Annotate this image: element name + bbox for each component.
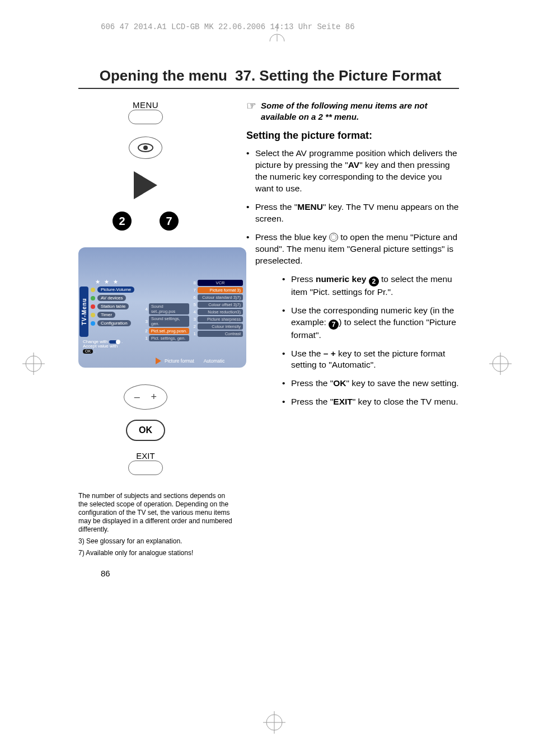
osd-right-label: Colour offset 3)7) [198,302,243,308]
osd-right-number: 2 [191,324,196,329]
color-dot-icon [91,288,95,292]
osd-mid-label: Pict. settings, gen. [149,335,189,341]
osd-left-item: Timer [91,312,142,318]
osd-right-label: Contrast [198,331,243,337]
footnote-text: The number of subjects and sections depe… [78,492,235,534]
osd-right-number: 7 [191,288,196,293]
step-item: Press the "OK" key to save the new setti… [282,378,459,389]
menu-button-icon [128,110,163,124]
numeric-key-2-icon: 2 [113,212,132,231]
instruction-steps: Select the AV programme position which d… [246,148,459,408]
step-item: Press numeric key 2 to select the menu i… [282,274,459,298]
osd-mid-number: 2 [144,328,148,334]
crop-mark-icon [269,25,285,41]
section-title-right: 37. Setting the Picture Format [235,67,459,84]
step-item: Press the "MENU" key. The TV menu appear… [246,201,459,225]
osd-right-number: 6 [191,295,196,300]
osd-mid-item: 4Sound set.,prog.pos [144,303,189,314]
osd-right-item: 1Contrast [191,331,243,337]
osd-mid-menu: 4Sound set.,prog.pos3Sound settings, gen… [144,303,189,341]
osd-left-menu: Picture-VolumeAV devicesStation tableTim… [91,287,142,326]
step-item: Press the "EXIT" key to close the TV men… [282,396,459,408]
numeric-key-7-icon: 7 [160,212,179,231]
osd-right-number: 1 [191,331,196,336]
pointing-hand-icon: ☞ [246,100,256,122]
osd-mid-number: 4 [144,307,148,312]
play-icon [134,171,157,199]
osd-left-item: Picture-Volume [91,287,142,293]
osd-right-item: 3Picture sharpness [191,316,243,322]
note-text: Some of the following menu items are not… [261,100,459,122]
osd-left-label: AV devices [97,295,126,301]
osd-mid-item: 1Pict. settings, gen. [144,335,189,341]
slider-icon [109,340,120,344]
osd-mid-label: Sound set.,prog.pos [149,303,189,314]
osd-right-menu: 8VCR7Picture format 3)6Colour standard 3… [191,280,243,337]
footnotes: The number of subjects and sections depe… [78,492,235,557]
color-dot-icon [91,296,95,300]
osd-left-item: AV devices [91,295,142,301]
osd-right-item: 6Colour standard 3)7) [191,294,243,300]
numeric-badge-icon: 7 [329,320,339,330]
osd-mid-number: 1 [144,336,148,341]
osd-right-label: Colour intensity [198,323,243,330]
exit-button-icon [128,461,163,475]
crop-mark-icon [489,353,512,375]
color-dot-icon [91,321,95,326]
osd-right-number: 4 [191,309,196,314]
step-item: Use the – + key to set the picture forma… [282,348,459,372]
osd-left-label: Picture-Volume [97,287,134,293]
osd-right-number: 8 [191,280,196,285]
menu-button-group: MENU [128,100,163,124]
osd-right-label: Picture format 3) [198,287,243,293]
menu-label: MENU [128,100,163,110]
manual-page: Opening the menu 37. Setting the Picture… [78,67,459,578]
osd-status-label: Picture format [165,358,194,364]
osd-right-item: 8VCR [191,280,243,286]
osd-mid-item: 3Sound settings, gen. [144,316,189,327]
plus-icon: + [151,391,157,403]
note-callout: ☞ Some of the following menu items are n… [246,100,459,122]
exit-label: EXIT [128,451,163,461]
osd-right-label: Picture sharpness [198,316,243,322]
subheading: Setting the picture format: [246,129,459,142]
osd-right-label: Colour standard 3)7) [198,294,243,300]
osd-mid-label: Sound settings, gen. [149,316,189,327]
osd-ok-icon: OK [83,349,93,354]
osd-left-label: Timer [97,312,115,318]
osd-left-item: Station table [91,303,142,309]
osd-right-item: 4Noise reduction3) [191,309,243,315]
section-title-left: Opening the menu [78,67,235,84]
remote-illustration: MENU 2 7 [78,100,235,231]
osd-right-item: 2Colour intensity [191,323,243,330]
plus-minus-button-icon: – + [124,384,167,410]
step-item: Press the blue key to open the menu "Pic… [246,232,459,267]
footnote-text: 3) See glossary for an explanation. [78,537,235,546]
osd-left-label: Configuration [97,320,131,326]
osd-right-item: 5Colour offset 3)7) [191,302,243,308]
osd-status-bar: Picture format Automatic [156,358,224,364]
osd-mid-item: 2Pict.set.,prog.posn. [144,328,189,334]
footnote-text: 7) Available only for analogue stations! [78,549,235,557]
ok-button-icon: OK [126,420,165,441]
remote-lower-illustration: – + OK EXIT [78,384,235,475]
osd-right-label: Noise reduction3) [198,309,243,315]
page-number: 86 [101,569,235,578]
osd-mid-number: 3 [144,319,148,324]
osd-right-item: 7Picture format 3) [191,287,243,293]
crop-mark-icon [263,711,285,734]
step-item: Use the corresponding numeric key (in th… [282,305,459,341]
minus-icon: – [134,391,140,403]
numeric-key-pair: 2 7 [113,212,179,231]
osd-right-number: 5 [191,302,196,307]
osd-stars-icon: ★ ★ ★ [95,279,119,285]
exit-button-group: EXIT [128,451,163,475]
flower-key-icon [329,233,338,242]
osd-right-number: 3 [191,317,196,322]
tv-osd-screenshot: TV-Menu ★ ★ ★ Picture-VolumeAV devicesSt… [78,247,246,368]
color-dot-icon [91,313,95,317]
print-job-header: 606 47 2014.A1 LCD-GB MK 22.06.2006 14:1… [101,22,534,31]
right-column: ☞ Some of the following menu items are n… [246,100,459,578]
osd-status-value: Automatic [204,358,225,364]
osd-mid-label: Pict.set.,prog.posn. [149,328,189,334]
